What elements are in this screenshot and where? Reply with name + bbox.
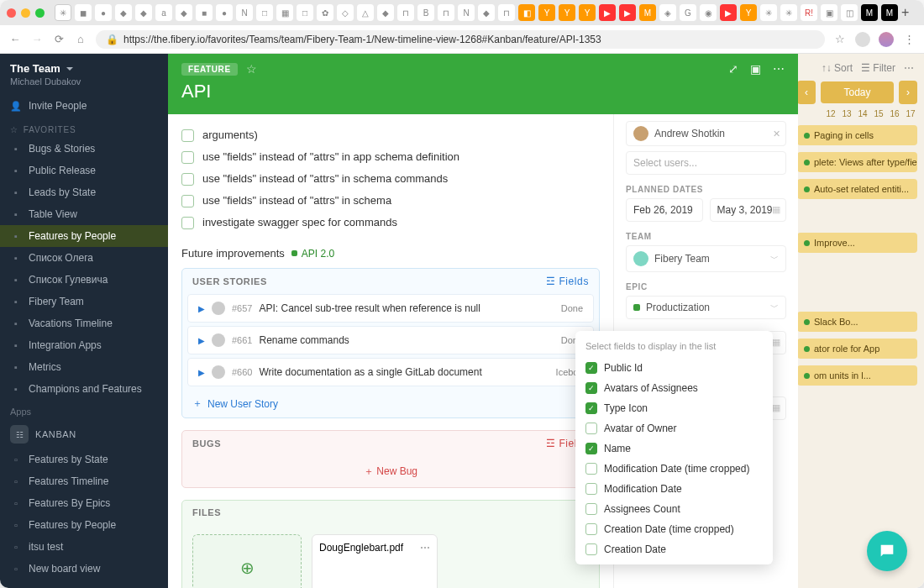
new-tab-button[interactable]: + bbox=[901, 5, 909, 20]
browser-tab[interactable]: M bbox=[639, 4, 656, 21]
sidebar-item[interactable]: ▪Vacations Timeline bbox=[0, 312, 168, 334]
maximize-window[interactable] bbox=[35, 8, 45, 18]
next-period[interactable]: › bbox=[899, 81, 917, 104]
browser-tab[interactable]: ▦ bbox=[276, 4, 293, 21]
browser-tab[interactable]: a bbox=[155, 4, 172, 21]
forward-button[interactable]: → bbox=[30, 33, 44, 45]
profile-avatar[interactable] bbox=[879, 32, 894, 47]
timeline-card[interactable]: Improve... bbox=[797, 233, 917, 253]
browser-tab[interactable]: ◉ bbox=[700, 4, 717, 21]
checklist-item[interactable]: investigate swagger spec for commands bbox=[181, 212, 600, 234]
checkbox[interactable] bbox=[181, 173, 194, 186]
timeline-card[interactable]: Slack Bo... bbox=[797, 312, 917, 332]
user-story-row[interactable]: ▶ #661 Rename commands Done bbox=[187, 326, 594, 354]
browser-tab[interactable]: ◼ bbox=[75, 4, 92, 21]
browser-tab[interactable]: ✳ bbox=[760, 4, 777, 21]
expand-icon[interactable]: ⤢ bbox=[728, 62, 738, 76]
checkbox[interactable] bbox=[585, 423, 597, 434]
start-date[interactable]: Feb 26, 2019 bbox=[626, 198, 703, 222]
browser-tab[interactable]: M bbox=[861, 4, 878, 21]
field-option[interactable]: ✓Public Id bbox=[575, 358, 773, 378]
new-bug[interactable]: ＋ New Bug bbox=[182, 456, 599, 487]
today-button[interactable]: Today bbox=[821, 81, 894, 103]
reload-button[interactable]: ⟳ bbox=[52, 33, 66, 45]
browser-tab[interactable]: R! bbox=[801, 4, 817, 21]
browser-tab[interactable]: N bbox=[458, 4, 475, 21]
browser-tab[interactable]: ◫ bbox=[841, 4, 858, 21]
address-bar[interactable]: 🔒 https://the.fibery.io/favorites/Teams/… bbox=[96, 30, 825, 49]
browser-tab[interactable]: ▣ bbox=[821, 4, 837, 21]
browser-tab[interactable]: ▶ bbox=[720, 4, 737, 21]
sidebar-item[interactable]: ▪Список Гулевича bbox=[0, 269, 168, 291]
more-icon[interactable]: ⋯ bbox=[773, 62, 785, 76]
checklist-item[interactable]: use "fields" instead of "attrs" in schem… bbox=[181, 168, 600, 190]
browser-tab[interactable]: Y bbox=[538, 4, 555, 21]
sidebar-item[interactable]: ▪Table View bbox=[0, 203, 168, 225]
favorite-toggle[interactable]: ☆ bbox=[246, 62, 257, 76]
field-option[interactable]: ✓Avatars of Assignees bbox=[575, 378, 773, 398]
checkbox[interactable] bbox=[181, 195, 194, 207]
sidebar-item[interactable]: ▪Champions and Features bbox=[0, 378, 168, 400]
field-option[interactable]: Avatar of Owner bbox=[575, 418, 773, 438]
sidebar-item[interactable]: ▪Bugs & Stories bbox=[0, 138, 168, 160]
timeline-card[interactable]: plete: Views after type/field re... bbox=[797, 152, 917, 172]
timeline-card[interactable]: Auto-set related entiti... bbox=[797, 179, 917, 199]
checkbox[interactable] bbox=[585, 463, 597, 475]
open-new-icon[interactable]: ▣ bbox=[750, 62, 761, 76]
timeline-card[interactable]: ator role for App bbox=[797, 339, 917, 359]
browser-tab[interactable]: ◈ bbox=[659, 4, 676, 21]
file-more-icon[interactable]: ⋯ bbox=[420, 542, 430, 554]
field-option[interactable]: Creation Date (time cropped) bbox=[575, 519, 773, 539]
browser-tab[interactable]: ⊓ bbox=[397, 4, 414, 21]
sort-button[interactable]: ↑↓ Sort bbox=[822, 62, 853, 74]
browser-tab[interactable]: M bbox=[881, 4, 898, 21]
remove-icon[interactable]: ✕ bbox=[773, 129, 780, 139]
checklist-item[interactable]: arguments) bbox=[181, 124, 600, 146]
filter-button[interactable]: ☰ Filter bbox=[861, 62, 895, 74]
sidebar-item[interactable]: ▪Integration Apps bbox=[0, 334, 168, 356]
browser-tab[interactable]: ✳ bbox=[780, 4, 797, 21]
sidebar-item[interactable]: ▪Fibery Team bbox=[0, 291, 168, 312]
browser-tab[interactable]: ■ bbox=[196, 4, 213, 21]
feature-title[interactable]: API bbox=[181, 81, 785, 102]
epic-select[interactable]: Productization ﹀ bbox=[626, 296, 786, 319]
browser-tab[interactable]: ● bbox=[216, 4, 233, 21]
sidebar-item[interactable]: ▪Public Release bbox=[0, 160, 168, 181]
add-file[interactable]: ⊕ bbox=[192, 534, 302, 588]
sidebar-item[interactable]: ▫Features By Epics bbox=[0, 492, 168, 514]
minimize-window[interactable] bbox=[21, 8, 30, 18]
browser-tab[interactable]: ◇ bbox=[337, 4, 354, 21]
browser-tab[interactable]: ▶ bbox=[599, 4, 616, 21]
checkbox[interactable] bbox=[585, 543, 597, 555]
browser-tab[interactable]: ✿ bbox=[317, 4, 333, 21]
user-story-row[interactable]: ▶ #657 API: Cancel sub-tree result when … bbox=[187, 294, 594, 323]
field-option[interactable]: Creation Date bbox=[575, 539, 773, 559]
epic-chip[interactable]: API 2.0 bbox=[291, 248, 334, 260]
intercom-chat[interactable] bbox=[867, 531, 907, 571]
assignees-select[interactable]: Select users... bbox=[626, 151, 786, 175]
checklist-item[interactable]: use "fields" instead of "attrs" in schem… bbox=[181, 190, 600, 212]
browser-tab[interactable]: ◆ bbox=[377, 4, 394, 21]
browser-tab[interactable]: ▶ bbox=[619, 4, 636, 21]
browser-tab[interactable]: Y bbox=[740, 4, 757, 21]
browser-tab[interactable]: ⊓ bbox=[438, 4, 454, 21]
checkbox[interactable] bbox=[585, 483, 597, 495]
extension-icon[interactable] bbox=[855, 32, 870, 47]
browser-tab[interactable]: ◆ bbox=[478, 4, 495, 21]
browser-tab[interactable]: □ bbox=[297, 4, 313, 21]
checklist-item[interactable]: use "fields" instead of "attrs" in app s… bbox=[181, 146, 600, 168]
browser-tab[interactable]: □ bbox=[256, 4, 273, 21]
checkbox[interactable] bbox=[585, 523, 597, 535]
checkbox[interactable]: ✓ bbox=[585, 382, 597, 394]
kanban-app[interactable]: ☷ KANBAN bbox=[0, 420, 168, 449]
browser-tab[interactable]: Y bbox=[579, 4, 596, 21]
home-button[interactable]: ⌂ bbox=[74, 33, 87, 45]
close-window[interactable] bbox=[7, 8, 16, 18]
prev-period[interactable]: ‹ bbox=[797, 81, 816, 104]
sidebar-item[interactable]: ▫Features Timeline bbox=[0, 470, 168, 492]
sidebar-item[interactable]: ▫Features by People bbox=[0, 514, 168, 536]
timeline-card[interactable]: Paging in cells bbox=[797, 125, 917, 145]
back-button[interactable]: ← bbox=[8, 33, 22, 45]
sidebar-item[interactable]: ▫Features by State bbox=[0, 449, 168, 470]
sidebar-item[interactable]: ▫New board view bbox=[0, 558, 168, 580]
